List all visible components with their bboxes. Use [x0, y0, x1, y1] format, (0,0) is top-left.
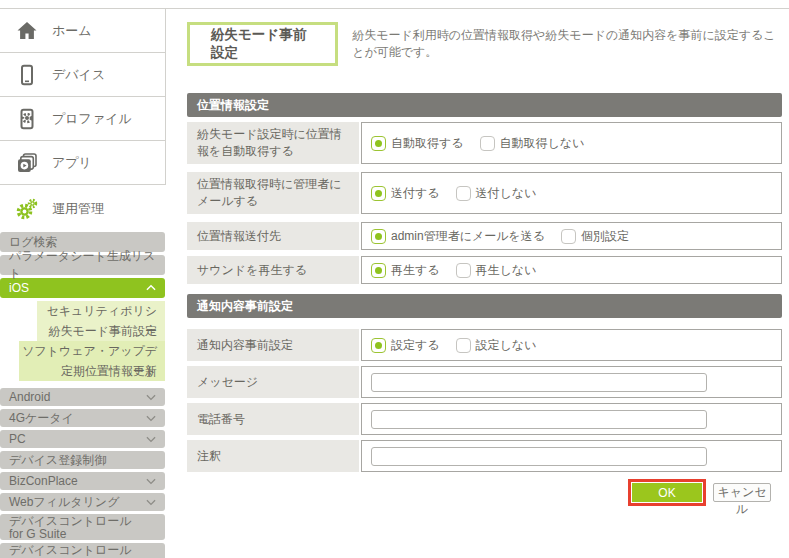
- form-row-notification-presetting: 通知内容事前設定 設定する 設定しない: [187, 329, 782, 361]
- row-value: 再生する 再生しない: [361, 256, 782, 284]
- radio-unselected-icon[interactable]: [480, 136, 495, 151]
- radio-label: 自動取得しない: [500, 135, 585, 152]
- nav-label: 4Gケータイ: [9, 410, 74, 427]
- radio-unselected-icon[interactable]: [456, 263, 471, 278]
- radio-label: 再生する: [391, 262, 440, 279]
- sidebar-item-android[interactable]: Android: [0, 388, 165, 406]
- nav-label: PC: [9, 432, 26, 446]
- note-input[interactable]: [371, 447, 707, 466]
- radio-selected-icon[interactable]: [371, 186, 386, 201]
- radio-label: admin管理者にメールを送る: [391, 228, 545, 245]
- radio-option-individual-setting[interactable]: 個別設定: [561, 228, 629, 245]
- ios-submenu-group-2: ソフトウェア・アップデート 定期位置情報更新: [19, 341, 165, 381]
- form-row-note: 注釈: [187, 440, 782, 472]
- sidebar-item-apps[interactable]: アプリ: [0, 141, 166, 185]
- radio-option-send-mail-no[interactable]: 送付しない: [456, 185, 537, 202]
- radio-unselected-icon[interactable]: [561, 229, 576, 244]
- row-value: 送付する 送付しない: [361, 172, 782, 214]
- chevron-down-icon: [144, 411, 158, 425]
- sidebar-item-device[interactable]: デバイス: [0, 53, 166, 97]
- nav-label: Webフィルタリング: [9, 494, 119, 511]
- phone-number-input[interactable]: [371, 410, 707, 429]
- chevron-down-icon: [144, 390, 158, 404]
- radio-option-auto-acquire-no[interactable]: 自動取得しない: [480, 135, 585, 152]
- radio-label: 自動取得する: [391, 135, 464, 152]
- form-row-play-sound: サウンドを再生する 再生する 再生しない: [187, 256, 782, 284]
- sidebar-item-home[interactable]: ホーム: [0, 9, 166, 53]
- sidebar-item-label: プロファイル: [52, 110, 132, 128]
- row-label: 電話番号: [187, 403, 359, 435]
- nav-label-line2: for G Suite: [9, 528, 66, 541]
- home-icon: [15, 19, 39, 43]
- sidebar-item-web-filtering[interactable]: Webフィルタリング: [0, 493, 165, 511]
- page-description: 紛失モード利用時の位置情報取得や紛失モードの通知内容を事前に設定することが可能で…: [352, 27, 782, 61]
- sidebar-item-parameter-sheet-list[interactable]: パラメータシート生成リスト: [0, 255, 165, 275]
- radio-selected-icon[interactable]: [371, 229, 386, 244]
- radio-option-auto-acquire-yes[interactable]: 自動取得する: [371, 135, 464, 152]
- nav-label: BizConPlace: [9, 474, 78, 488]
- sidebar-item-operation-management[interactable]: 運用管理: [0, 185, 166, 232]
- row-value: admin管理者にメールを送る 個別設定: [361, 222, 782, 250]
- apps-icon: [15, 151, 39, 175]
- sidebar-item-4g-keitai[interactable]: 4Gケータイ: [0, 409, 165, 427]
- nav-label: デバイスコントロール: [9, 515, 132, 528]
- radio-option-play-no[interactable]: 再生しない: [456, 262, 537, 279]
- row-value: 設定する 設定しない: [361, 329, 782, 361]
- profile-icon: [15, 107, 39, 131]
- ok-button[interactable]: OK: [632, 483, 702, 502]
- sidebar-item-security-policy[interactable]: セキュリティポリシー: [37, 301, 165, 321]
- sidebar-item-software-update[interactable]: ソフトウェア・アップデート: [19, 341, 165, 361]
- radio-selected-icon[interactable]: [371, 136, 386, 151]
- radio-unselected-icon[interactable]: [456, 338, 471, 353]
- row-label: サウンドを再生する: [187, 256, 359, 284]
- radio-label: 再生しない: [476, 262, 537, 279]
- sidebar-item-pc[interactable]: PC: [0, 430, 165, 448]
- form-row-phone-number: 電話番号: [187, 403, 782, 435]
- row-label: 位置情報取得時に管理者にメールする: [187, 172, 359, 214]
- page-title: 紛失モード事前設定: [187, 22, 338, 66]
- nav-label: パラメータシート生成リスト: [9, 248, 158, 282]
- ios-submenu-group-1: セキュリティポリシー 紛失モード事前設定: [37, 301, 165, 341]
- page-header: 紛失モード事前設定 紛失モード利用時の位置情報取得や紛失モードの通知内容を事前に…: [187, 22, 782, 66]
- device-icon: [15, 63, 39, 87]
- sidebar-item-bizconplace[interactable]: BizConPlace: [0, 472, 165, 490]
- sidebar-item-device-control-gsuite[interactable]: デバイスコントロール for G Suite: [0, 514, 165, 540]
- chevron-down-icon: [144, 432, 158, 446]
- gears-icon: [15, 197, 39, 221]
- radio-option-admin-mail[interactable]: admin管理者にメールを送る: [371, 228, 545, 245]
- sidebar-item-periodic-location-update[interactable]: 定期位置情報更新: [19, 361, 165, 381]
- row-value: [361, 440, 782, 472]
- radio-option-configure-no[interactable]: 設定しない: [456, 337, 537, 354]
- row-label: メッセージ: [187, 366, 359, 398]
- section-header-notification-presetting: 通知内容事前設定: [187, 294, 782, 318]
- nav-label: デバイスコントロール: [9, 544, 132, 557]
- message-input[interactable]: [371, 373, 707, 392]
- main-content: 紛失モード事前設定 紛失モード利用時の位置情報取得や紛失モードの通知内容を事前に…: [187, 9, 782, 506]
- sidebar-item-label: 運用管理: [52, 200, 104, 218]
- sidebar: ホーム デバイス プロファイル アプリ: [0, 9, 166, 558]
- radio-selected-icon[interactable]: [371, 263, 386, 278]
- row-label: 紛失モード設定時に位置情報を自動取得する: [187, 122, 359, 164]
- radio-option-play-yes[interactable]: 再生する: [371, 262, 440, 279]
- radio-label: 送付しない: [476, 185, 537, 202]
- form-row-auto-acquire-location: 紛失モード設定時に位置情報を自動取得する 自動取得する 自動取得しない: [187, 122, 782, 164]
- sidebar-item-device-control-microsoft365[interactable]: デバイスコントロール for Microsoft 365: [0, 543, 165, 558]
- row-value: [361, 366, 782, 398]
- sidebar-item-profile[interactable]: プロファイル: [0, 97, 166, 141]
- row-value: 自動取得する 自動取得しない: [361, 122, 782, 164]
- sidebar-item-device-registration-control[interactable]: デバイス登録制御: [0, 451, 165, 469]
- section-header-location-settings: 位置情報設定: [187, 93, 782, 117]
- radio-unselected-icon[interactable]: [456, 186, 471, 201]
- cancel-button[interactable]: キャンセル: [713, 483, 771, 502]
- chevron-down-icon: [144, 474, 158, 488]
- radio-label: 設定しない: [476, 337, 537, 354]
- radio-selected-icon[interactable]: [371, 338, 386, 353]
- sidebar-item-label: アプリ: [52, 154, 92, 172]
- sidebar-item-lost-mode-presetting[interactable]: 紛失モード事前設定: [37, 321, 165, 341]
- button-row: OK キャンセル: [187, 479, 782, 506]
- radio-option-configure-yes[interactable]: 設定する: [371, 337, 440, 354]
- radio-option-send-mail-yes[interactable]: 送付する: [371, 185, 440, 202]
- row-label: 通知内容事前設定: [187, 329, 359, 361]
- row-label: 注釈: [187, 440, 359, 472]
- form-row-location-destination: 位置情報送付先 admin管理者にメールを送る 個別設定: [187, 222, 782, 250]
